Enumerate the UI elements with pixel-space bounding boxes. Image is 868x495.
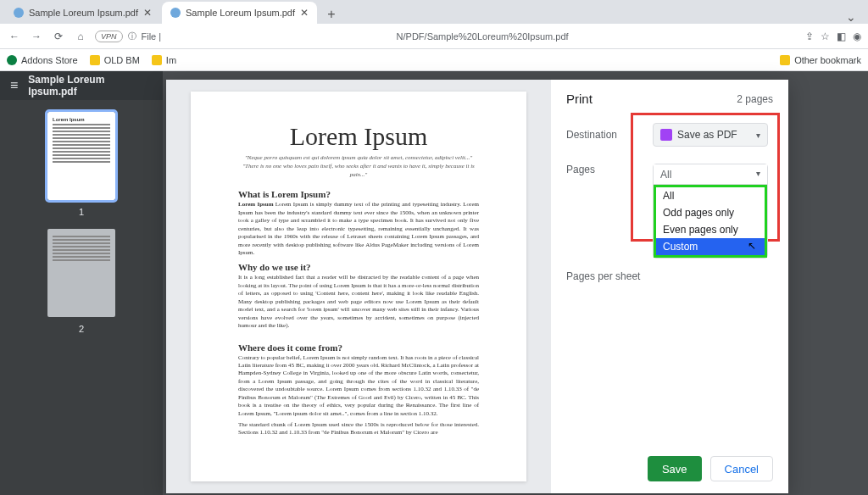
caret-down-icon: ▾ bbox=[756, 131, 760, 140]
print-dialog: Lorem Ipsum "Neque porro quisquam est qu… bbox=[166, 80, 788, 493]
thumbnail-page-1[interactable]: Lorem Ipsum bbox=[47, 112, 115, 200]
toolbar-actions: ⇪ ☆ ◧ ◉ bbox=[805, 31, 861, 42]
thumbnails: Lorem Ipsum 1 2 bbox=[0, 100, 163, 351]
option-even[interactable]: Even pages only bbox=[656, 221, 765, 238]
row-pages: Pages All ▾ All Odd pages only Even page… bbox=[566, 164, 773, 259]
option-all[interactable]: All bbox=[656, 187, 765, 204]
home-button[interactable]: ⌂ bbox=[73, 29, 88, 44]
thumbnail-page-2[interactable] bbox=[47, 229, 115, 317]
tab-2-active[interactable]: Sample Loreum Ipsum.pdf ✕ bbox=[162, 2, 317, 24]
pdf-viewer-sidebar: ≡ Sample Loreum Ipsum.pdf Lorem Ipsum 1 … bbox=[0, 71, 163, 495]
vpn-badge: VPN bbox=[95, 31, 123, 42]
reload-button[interactable]: ⟳ bbox=[51, 29, 66, 44]
close-icon[interactable]: ✕ bbox=[300, 7, 309, 19]
body-text: It is a long established fact that a rea… bbox=[238, 274, 479, 330]
pages-selected[interactable]: All ▾ bbox=[654, 164, 767, 185]
save-button[interactable]: Save bbox=[648, 456, 702, 481]
doc-title: Lorem Ipsum bbox=[238, 122, 479, 151]
bookmark-oldbm[interactable]: OLD BM bbox=[90, 55, 140, 65]
caret-down-icon: ▾ bbox=[756, 169, 760, 178]
bookmark-star-icon[interactable]: ☆ bbox=[821, 31, 830, 42]
close-icon[interactable]: ✕ bbox=[143, 7, 152, 19]
favicon-icon bbox=[14, 8, 24, 18]
workspace: ≡ Sample Loreum Ipsum.pdf Lorem Ipsum 1 … bbox=[0, 71, 868, 495]
section-heading: Why do we use it? bbox=[238, 262, 479, 272]
print-preview: Lorem Ipsum "Neque porro quisquam est qu… bbox=[166, 80, 551, 493]
pps-label: Pages per sheet bbox=[566, 270, 653, 282]
url-prefix: File | bbox=[142, 31, 162, 42]
share-icon[interactable]: ⇪ bbox=[805, 31, 814, 42]
new-tab-button[interactable]: + bbox=[322, 5, 341, 24]
forward-button[interactable]: → bbox=[29, 29, 44, 44]
info-icon[interactable]: ⓘ bbox=[128, 31, 136, 42]
thumb-number-2: 2 bbox=[79, 324, 84, 334]
preview-page: Lorem Ipsum "Neque porro quisquam est qu… bbox=[191, 92, 526, 481]
menu-icon[interactable]: ≡ bbox=[10, 78, 18, 93]
tab-title: Sample Loreum Ipsum.pdf bbox=[186, 8, 295, 18]
url-path: N/PDF/Sample%20Loreum%20Ipsum.pdf bbox=[166, 31, 798, 42]
bookmark-addons[interactable]: Addons Store bbox=[7, 55, 78, 65]
option-custom[interactable]: Custom ↖ bbox=[656, 238, 765, 255]
body-text: The standard chunk of Lorem Ipsum used s… bbox=[238, 421, 479, 437]
body-text: Contrary to popular belief, Lorem Ipsum … bbox=[238, 354, 479, 419]
row-destination: Destination Save as PDF ▾ bbox=[566, 123, 773, 147]
print-footer: Save Cancel bbox=[566, 456, 773, 481]
pdf-icon bbox=[660, 129, 672, 141]
pages-options-list: All Odd pages only Even pages only Custo… bbox=[654, 185, 767, 258]
folder-icon bbox=[780, 55, 790, 65]
row-pages-per-sheet: Pages per sheet bbox=[566, 270, 773, 282]
section-heading: What is Lorem Ipsum? bbox=[238, 189, 479, 199]
bookmarks-bar: Addons Store OLD BM Im Other bookmark bbox=[0, 49, 868, 71]
tab-1[interactable]: Sample Loreum Ipsum.pdf ✕ bbox=[5, 2, 160, 24]
bookmark-other[interactable]: Other bookmark bbox=[780, 55, 861, 65]
extension-icon[interactable]: ◧ bbox=[837, 31, 846, 42]
thumb-number-1: 1 bbox=[79, 207, 84, 217]
doc-subtitle: "Neque porro quisquam est qui dolorem ip… bbox=[238, 154, 479, 179]
cancel-button[interactable]: Cancel bbox=[710, 456, 773, 481]
print-title: Print bbox=[566, 92, 593, 106]
folder-icon bbox=[152, 55, 162, 65]
option-odd[interactable]: Odd pages only bbox=[656, 204, 765, 221]
pages-dropdown[interactable]: All ▾ All Odd pages only Even pages only… bbox=[653, 164, 768, 259]
destination-value: Save as PDF bbox=[677, 129, 737, 141]
destination-dropdown[interactable]: Save as PDF ▾ bbox=[653, 123, 768, 147]
tab-strip: Sample Loreum Ipsum.pdf ✕ Sample Loreum … bbox=[0, 0, 868, 24]
pages-label: Pages bbox=[566, 164, 653, 175]
cursor-icon: ↖ bbox=[748, 240, 756, 252]
viewer-title: Sample Loreum Ipsum.pdf bbox=[28, 74, 153, 97]
folder-icon bbox=[7, 55, 17, 65]
profile-icon[interactable]: ◉ bbox=[853, 31, 861, 42]
viewer-header: ≡ Sample Loreum Ipsum.pdf bbox=[0, 71, 163, 100]
page-count: 2 pages bbox=[737, 93, 773, 105]
body-text: Lorem Ipsum Lorem Ipsum is simply dummy … bbox=[238, 201, 479, 257]
tab-title: Sample Loreum Ipsum.pdf bbox=[29, 8, 138, 18]
toolbar: ← → ⟳ ⌂ VPN ⓘ File | N/PDF/Sample%20Lore… bbox=[0, 24, 868, 49]
favicon-icon bbox=[170, 8, 181, 18]
window-minimize-icon[interactable]: ⌄ bbox=[839, 10, 863, 24]
destination-label: Destination bbox=[566, 129, 653, 141]
print-options-panel: Print 2 pages Destination Save as PDF ▾ … bbox=[551, 80, 788, 493]
section-heading: Where does it come from? bbox=[238, 342, 479, 353]
print-header: Print 2 pages bbox=[566, 92, 773, 106]
back-button[interactable]: ← bbox=[7, 29, 22, 44]
address-bar[interactable]: VPN ⓘ File | N/PDF/Sample%20Loreum%20Ips… bbox=[95, 31, 798, 42]
bookmark-im[interactable]: Im bbox=[152, 55, 176, 65]
folder-icon bbox=[90, 55, 100, 65]
